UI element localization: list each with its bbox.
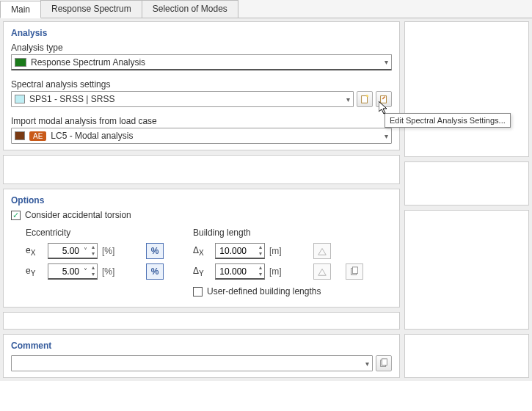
comment-copy-button[interactable]: [376, 355, 392, 371]
spin-down-icon[interactable]: ▾: [90, 272, 97, 278]
dx-value-spinner[interactable]: ▴▾: [215, 243, 265, 259]
chevron-down-icon: ▾: [346, 95, 350, 103]
dy-value-input[interactable]: [216, 266, 248, 277]
copy-icon: [379, 358, 389, 368]
building-row-dx: ΔX ▴▾ [m]: [193, 242, 363, 260]
building-row-dy: ΔY ▴▾ [m]: [193, 263, 363, 280]
ey-value-input[interactable]: [48, 266, 81, 277]
spacer-panel-2: [3, 312, 400, 330]
right-column: [404, 21, 529, 378]
svg-rect-8: [382, 359, 387, 365]
svg-rect-6: [352, 267, 357, 274]
options-title: Options: [11, 195, 392, 205]
chevron-down-icon: ▾: [365, 360, 369, 368]
tab-response-spectrum[interactable]: Response Spectrum: [40, 0, 142, 18]
new-file-icon: [360, 94, 370, 104]
tab-label: Selection of Modes: [153, 4, 227, 14]
spin-down-icon[interactable]: ▾: [257, 272, 264, 278]
ex-value-spinner[interactable]: ˅ ▴▾: [48, 243, 98, 259]
accidental-torsion-checkbox[interactable]: ✓: [11, 211, 21, 220]
svg-rect-0: [362, 96, 368, 103]
building-icon: [317, 246, 327, 256]
spacer-panel-1: [3, 155, 400, 184]
new-spectral-settings-button[interactable]: [357, 91, 373, 107]
accidental-torsion-label: Consider accidental torsion: [25, 210, 131, 220]
comment-panel: Comment ▾: [3, 334, 400, 378]
unit: [%]: [102, 246, 123, 256]
accidental-torsion-row: ✓ Consider accidental torsion: [11, 210, 392, 220]
ey-value-spinner[interactable]: ˅ ▴▾: [48, 263, 98, 280]
eccentricity-row-ex: eX ˅ ▴▾ [%] %: [26, 242, 164, 260]
analysis-type-select[interactable]: Response Spectrum Analysis ▾: [11, 54, 392, 70]
row-label: ΔY: [193, 266, 211, 277]
import-modal-select[interactable]: AE LC5 - Modal analysis ▾: [11, 128, 392, 144]
tab-main[interactable]: Main: [0, 1, 41, 18]
chevron-down-icon: ▾: [385, 58, 388, 66]
tab-selection-of-modes[interactable]: Selection of Modes: [142, 0, 238, 18]
row-label: ΔX: [193, 245, 211, 257]
ey-percent-button[interactable]: %: [146, 263, 164, 280]
tab-label: Response Spectrum: [51, 4, 131, 14]
spectral-settings-select[interactable]: SPS1 - SRSS | SRSS ▾: [11, 91, 354, 107]
analysis-panel: Analysis Analysis type Response Spectrum…: [3, 21, 400, 150]
unit: [%]: [102, 266, 123, 277]
spin-down-icon[interactable]: ▾: [257, 251, 264, 258]
row-label: eX: [26, 245, 43, 257]
building-icon: [317, 266, 327, 277]
ex-percent-button[interactable]: %: [146, 243, 164, 259]
user-defined-checkbox[interactable]: ✓: [193, 287, 203, 297]
import-badge: AE: [29, 131, 46, 141]
analysis-type-label: Analysis type: [11, 43, 392, 53]
import-modal-value: LC5 - Modal analysis: [51, 131, 133, 141]
chevron-down-icon: ▾: [385, 132, 388, 140]
analysis-title: Analysis: [11, 28, 392, 38]
edit-spectral-settings-button[interactable]: [376, 91, 392, 107]
spin-down-icon[interactable]: ▾: [90, 251, 97, 258]
comment-title: Comment: [11, 341, 392, 351]
main-layout: Analysis Analysis type Response Spectrum…: [0, 18, 532, 381]
analysis-type-value: Response Spectrum Analysis: [31, 57, 145, 68]
preview-panel-1: [404, 21, 529, 157]
options-panel: Options ✓ Consider accidental torsion Ec…: [3, 189, 400, 308]
ex-value-input[interactable]: [48, 245, 81, 257]
preview-panel-2: [404, 161, 529, 205]
tooltip: Edit Spectral Analysis Settings...: [385, 113, 511, 128]
comment-select[interactable]: ▾: [11, 355, 373, 371]
building-length-group: Building length ΔX ▴▾ [m]: [193, 228, 363, 301]
swatch-icon: [15, 131, 25, 140]
eccentricity-title: Eccentricity: [26, 228, 164, 238]
tabs: Main Response Spectrum Selection of Mode…: [0, 0, 532, 18]
import-modal-label: Import modal analysis from load case: [11, 116, 392, 126]
swatch-icon: [15, 95, 25, 103]
dx-action-button[interactable]: [313, 243, 331, 259]
spectral-settings-label: Spectral analysis settings: [11, 79, 392, 90]
eccentricity-group: Eccentricity eX ˅ ▴▾ [%] % eY: [26, 228, 164, 301]
chevron-down-icon[interactable]: ˅: [81, 247, 90, 255]
copy-button[interactable]: [346, 263, 363, 280]
tooltip-text: Edit Spectral Analysis Settings...: [390, 116, 506, 125]
copy-icon: [349, 266, 360, 277]
spectral-settings-value: SPS1 - SRSS | SRSS: [29, 94, 115, 104]
preview-panel-3: [404, 210, 529, 330]
chevron-down-icon[interactable]: ˅: [81, 267, 90, 275]
left-column: Analysis Analysis type Response Spectrum…: [3, 21, 400, 378]
dx-value-input[interactable]: [216, 245, 248, 257]
tab-label: Main: [11, 4, 30, 15]
row-label: eY: [26, 266, 43, 277]
options-grid: Eccentricity eX ˅ ▴▾ [%] % eY: [11, 228, 392, 301]
unit: [m]: [269, 246, 290, 256]
preview-panel-4: [404, 334, 529, 378]
dy-value-spinner[interactable]: ▴▾: [215, 263, 265, 280]
building-length-title: Building length: [193, 228, 363, 238]
dy-action-button[interactable]: [313, 263, 331, 280]
unit: [m]: [269, 266, 290, 277]
user-defined-label: User-defined building lengths: [207, 286, 321, 297]
svg-point-2: [366, 95, 368, 97]
swatch-icon: [15, 58, 26, 67]
user-defined-row: ✓ User-defined building lengths: [193, 286, 363, 297]
edit-file-icon: [379, 94, 389, 104]
eccentricity-row-ey: eY ˅ ▴▾ [%] %: [26, 263, 164, 280]
